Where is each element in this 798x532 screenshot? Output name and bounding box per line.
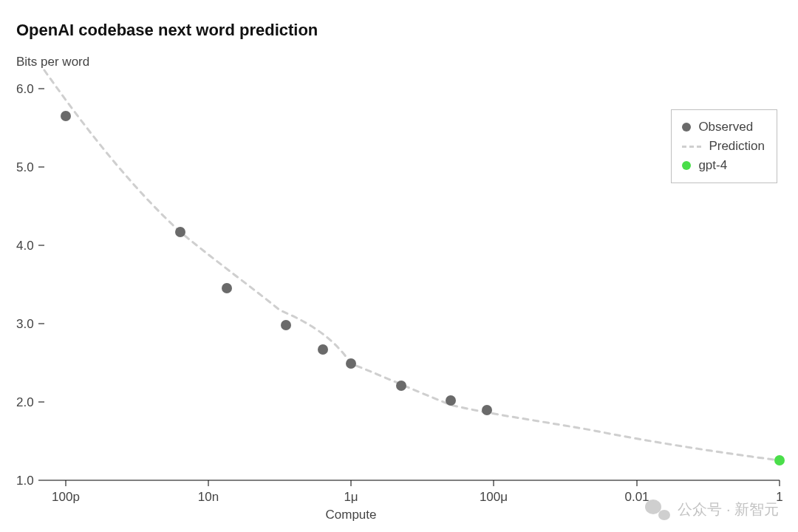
svg-point-14 [222, 283, 232, 293]
xtick-0p01: 0.01 [624, 490, 649, 504]
ytick-6: 6.0 [16, 82, 34, 96]
svg-point-15 [281, 320, 291, 330]
x-axis-label: Compute [326, 508, 377, 522]
svg-point-16 [318, 344, 328, 355]
ytick-4: 4.0 [16, 239, 34, 253]
dash-icon [682, 146, 701, 148]
dot-icon [682, 161, 691, 170]
y-axis: 6.0 5.0 4.0 3.0 2.0 1.0 [16, 82, 44, 488]
legend-observed: Observed [682, 117, 765, 137]
chart-container: OpenAI codebase next word prediction Bit… [0, 0, 798, 532]
svg-point-19 [446, 395, 456, 406]
svg-point-18 [396, 381, 406, 391]
ytick-3: 3.0 [16, 317, 34, 331]
chart-svg: 6.0 5.0 4.0 3.0 2.0 1.0 100p 10n 1μ 100μ… [0, 0, 798, 532]
legend-gpt4: gpt-4 [682, 156, 765, 175]
xtick-1u: 1μ [344, 490, 358, 504]
legend-prediction: Prediction [682, 137, 765, 156]
ytick-2: 2.0 [16, 395, 34, 409]
x-axis: 100p 10n 1μ 100μ 0.01 1 Compute [52, 480, 783, 522]
legend-label-observed: Observed [698, 117, 753, 137]
xtick-100u: 100μ [480, 490, 508, 504]
svg-point-17 [346, 358, 356, 369]
xtick-1: 1 [776, 490, 782, 504]
ytick-5: 5.0 [16, 160, 34, 174]
legend: Observed Prediction gpt-4 [671, 109, 777, 183]
ytick-1: 1.0 [16, 474, 34, 488]
legend-label-gpt4: gpt-4 [698, 156, 727, 175]
gpt4-point [774, 455, 785, 466]
svg-point-13 [175, 227, 185, 237]
dot-icon [682, 123, 691, 132]
xtick-100p: 100p [52, 490, 80, 504]
svg-point-12 [61, 111, 71, 121]
svg-point-20 [482, 405, 492, 415]
prediction-curve [44, 70, 780, 460]
observed-points [61, 111, 492, 415]
legend-label-prediction: Prediction [709, 137, 765, 156]
xtick-10n: 10n [198, 490, 219, 504]
